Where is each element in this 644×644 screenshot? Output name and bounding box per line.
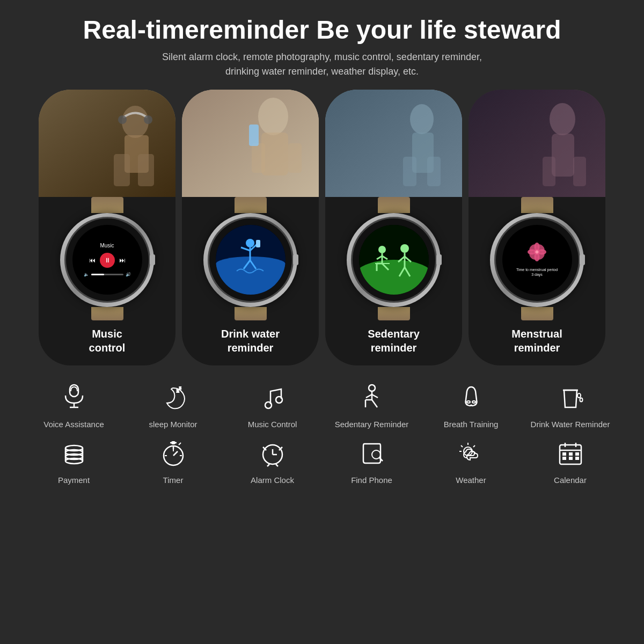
- svg-rect-112: [576, 453, 579, 455]
- svg-rect-9: [261, 133, 288, 175]
- watch-bezel-menstrual: Time to menstrual period3 days: [494, 217, 580, 303]
- svg-line-38: [405, 267, 410, 276]
- feature-label-drink: Drink Water Reminder: [531, 419, 610, 430]
- watch-bezel-music: Music ⏮ ⏸ ⏭ 🔈: [64, 217, 150, 303]
- svg-point-68: [467, 401, 470, 403]
- vol-down: 🔈: [84, 272, 89, 277]
- alarm-svg: [259, 440, 287, 467]
- svg-point-69: [472, 401, 475, 403]
- svg-line-15: [241, 247, 250, 251]
- breath-svg: [457, 384, 485, 412]
- svg-line-67: [372, 394, 378, 398]
- feature-label-payment: Payment: [58, 475, 90, 486]
- svg-rect-111: [569, 453, 572, 455]
- watches-row: Music ⏮ ⏸ ⏭ 🔈: [39, 90, 605, 365]
- feature-timer: Timer: [126, 437, 220, 486]
- drink-svg: [557, 384, 584, 412]
- menstrual-bg-illustration: [469, 90, 605, 197]
- svg-rect-4: [138, 154, 154, 186]
- sedentary-icon: [356, 382, 388, 414]
- svg-point-5: [118, 115, 127, 124]
- watch-full-menstrual: Time to menstrual period3 days: [490, 197, 584, 320]
- svg-rect-115: [576, 457, 579, 459]
- strap-top-menstrual: [521, 197, 553, 213]
- feature-label-sleep: sleep Monitor: [149, 419, 197, 430]
- watch-card-music: Music ⏮ ⏸ ⏭ 🔈: [39, 90, 175, 365]
- svg-line-35: [398, 257, 405, 262]
- watch-screen-water: [216, 225, 286, 295]
- feature-sleep-monitor: z z sleep Monitor: [126, 382, 220, 430]
- svg-rect-110: [563, 453, 566, 455]
- svg-line-97: [267, 464, 269, 466]
- feature-label-voice: Voice Assistance: [43, 419, 104, 430]
- watch-crown-water: [293, 254, 298, 265]
- flower-svg: [528, 243, 546, 261]
- feature-sedentary-reminder: Sedentary Reminder: [325, 382, 419, 430]
- svg-rect-114: [569, 457, 572, 459]
- feature-label-breath: Breath Training: [444, 419, 499, 430]
- music-note-icon: [257, 382, 289, 414]
- strap-top-sedentary: [378, 197, 410, 213]
- svg-point-53: [536, 250, 539, 253]
- svg-line-85: [173, 451, 178, 456]
- strap-top-water: [235, 197, 267, 213]
- watch-crown-menstrual: [580, 254, 585, 265]
- svg-rect-24: [427, 157, 441, 186]
- next-btn[interactable]: ⏭: [118, 256, 127, 265]
- timer-icon: [157, 437, 189, 470]
- feature-drink-water: Drink Water Reminder: [523, 382, 617, 430]
- music-progress: 🔈 🔊: [84, 272, 131, 277]
- svg-point-8: [258, 98, 288, 135]
- svg-rect-42: [543, 157, 555, 186]
- watch-label-music: Musiccontrol: [78, 320, 136, 365]
- svg-line-91: [179, 443, 181, 445]
- feature-weather: Weather: [424, 437, 518, 486]
- watch-card-sedentary: Sedentaryreminder: [325, 90, 462, 365]
- page-wrapper: Real-timereminder Be your life steward S…: [0, 0, 644, 644]
- header: Real-timereminder Be your life steward S…: [83, 16, 561, 79]
- svg-point-25: [378, 246, 386, 253]
- watch-card-water: Drink waterreminder: [182, 90, 319, 365]
- sleep-svg: z z: [159, 384, 187, 412]
- feature-label-calendar: Calendar: [554, 475, 587, 486]
- watch-photo-music: [39, 90, 175, 197]
- feature-payment: Payment: [27, 437, 121, 486]
- watch-outer-water: [203, 213, 297, 307]
- svg-text:z: z: [179, 386, 181, 390]
- svg-line-65: [372, 400, 377, 407]
- watch-outer-music: Music ⏮ ⏸ ⏭ 🔈: [60, 213, 154, 307]
- prev-btn[interactable]: ⏮: [88, 256, 97, 265]
- sleep-icon: z z: [157, 382, 189, 414]
- svg-line-103: [473, 445, 475, 447]
- watch-label-menstrual: Menstrualreminder: [501, 320, 573, 365]
- watch-screen-sedentary: [359, 225, 429, 295]
- svg-point-59: [265, 402, 272, 408]
- svg-line-36: [405, 257, 411, 262]
- music-bg-illustration: [39, 90, 175, 197]
- play-btn[interactable]: ⏸: [100, 253, 115, 268]
- weather-icon: [455, 437, 487, 470]
- music-controls: ⏮ ⏸ ⏭: [88, 253, 127, 268]
- watch-photo-water: [182, 90, 319, 197]
- watch-full-sedentary: [347, 197, 441, 320]
- svg-point-61: [369, 385, 375, 391]
- feature-label-timer: Timer: [163, 475, 184, 486]
- strap-bottom-sedentary: [378, 307, 410, 320]
- svg-rect-113: [563, 457, 566, 459]
- watch-crown-sedentary: [436, 254, 442, 265]
- music-screen: Music ⏮ ⏸ ⏭ 🔈: [72, 225, 142, 295]
- menstrual-screen: Time to menstrual period3 days: [502, 225, 572, 295]
- watch-screen-menstrual: Time to menstrual period3 days: [502, 225, 572, 295]
- timer-svg: [159, 440, 187, 467]
- feature-calendar: Calendar: [523, 437, 617, 486]
- feature-label-weather: Weather: [456, 475, 486, 486]
- microphone-icon: [58, 382, 90, 414]
- calendar-svg: [557, 440, 584, 467]
- sedentary-screen: [359, 225, 429, 295]
- page-subtitle: Silent alarm clock, remote photography, …: [83, 50, 561, 79]
- svg-line-19: [250, 260, 256, 269]
- strap-bottom-water: [235, 307, 267, 320]
- feature-label-find-phone: Find Phone: [351, 475, 392, 486]
- sedentary-figure: [372, 243, 415, 287]
- calendar-icon: [554, 437, 587, 470]
